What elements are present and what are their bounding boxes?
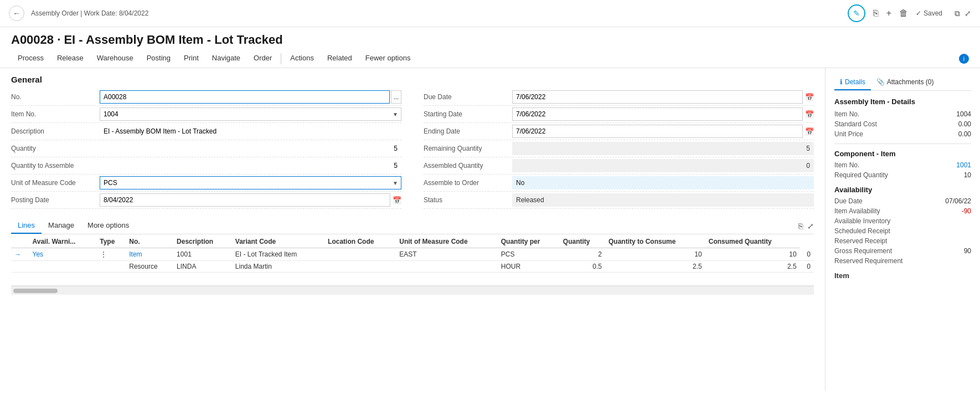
panel-row-gross-req: Gross Requirement 90 xyxy=(834,246,971,256)
due-date-input[interactable] xyxy=(512,90,803,104)
table-row: → Yes ⋮ Item 1001 EI - Lot Tracked Item … xyxy=(11,248,814,261)
horizontal-scrollbar[interactable] xyxy=(11,286,814,295)
tab-manage[interactable]: Manage xyxy=(42,218,81,234)
no-ellipsis-button[interactable]: ... xyxy=(391,90,401,104)
checkmark-icon: ✓ xyxy=(916,9,921,17)
qty-assemble-input[interactable] xyxy=(100,159,401,172)
avail-yes-link[interactable]: Yes xyxy=(33,250,44,258)
lines-tabs: Lines Manage More options ⎘ ⤢ xyxy=(11,218,814,234)
panel-value-std-cost: 0.00 xyxy=(958,120,971,128)
col-variant-code: Variant Code xyxy=(232,235,324,248)
starting-date-calendar-icon[interactable]: 📅 xyxy=(805,110,814,119)
panel-label-item-avail: Item Availability xyxy=(834,207,880,215)
posting-date-calendar-icon[interactable]: 📅 xyxy=(393,196,401,204)
tab-lines[interactable]: Lines xyxy=(11,218,42,234)
label-starting-date: Starting Date xyxy=(424,110,512,118)
form-row-status: Status xyxy=(424,192,814,209)
quantity-input[interactable] xyxy=(100,142,401,155)
component-item-title: Component - Item xyxy=(834,150,971,158)
right-panel: ℹ Details 📎 Attachments (0) Assembly Ite… xyxy=(825,68,980,391)
row2-kebab xyxy=(96,261,126,273)
label-qty-assemble: Quantity to Assemble xyxy=(11,162,100,170)
details-info-icon: ℹ xyxy=(840,78,843,86)
remaining-qty-wrap xyxy=(512,142,814,155)
nav-process[interactable]: Process xyxy=(11,49,50,68)
description-input[interactable] xyxy=(100,125,401,138)
edit-icon: ✎ xyxy=(853,9,860,18)
share-button[interactable]: ⎘ xyxy=(873,8,879,18)
panel-tab-details[interactable]: ℹ Details xyxy=(834,75,871,90)
nav-separator xyxy=(281,53,281,64)
col-location-code: Location Code xyxy=(324,235,396,248)
panel-row-reserved-receipt: Reserved Receipt xyxy=(834,236,971,246)
main-layout: General No. ... Item No. xyxy=(0,68,980,391)
form-row-description: Description xyxy=(11,123,401,140)
nav-actions[interactable]: Actions xyxy=(283,49,321,68)
nav-order[interactable]: Order xyxy=(247,49,278,68)
nav-navigate[interactable]: Navigate xyxy=(205,49,247,68)
popout-icon[interactable]: ⧉ xyxy=(955,9,960,18)
row1-context-menu-button[interactable]: ⋮ xyxy=(100,250,107,259)
attachments-icon: 📎 xyxy=(876,78,885,86)
col-uom: Unit of Measure Code xyxy=(396,235,497,248)
nav-fewer-options[interactable]: Fewer options xyxy=(359,49,417,68)
label-assembled-qty: Assembled Quantity xyxy=(424,162,512,170)
col-no: No. xyxy=(126,235,173,248)
nav-posting[interactable]: Posting xyxy=(140,49,177,68)
panel-label-gross-req: Gross Requirement xyxy=(834,247,892,255)
row2-no: LINDA xyxy=(173,261,232,273)
row2-avail xyxy=(29,261,97,273)
form-left-col: No. ... Item No. 1004 ▼ xyxy=(11,89,401,209)
nav-release[interactable]: Release xyxy=(50,49,90,68)
row2-description: Linda Martin xyxy=(232,261,324,273)
panel-row-comp-item-no: Item No. 1001 xyxy=(834,160,971,170)
back-button[interactable]: ← xyxy=(9,6,24,21)
nav-related[interactable]: Related xyxy=(321,49,359,68)
edit-button[interactable]: ✎ xyxy=(848,4,865,22)
scroll-thumb[interactable] xyxy=(13,289,58,293)
row1-type-value: Item xyxy=(129,250,142,258)
delete-button[interactable]: 🗑 xyxy=(899,8,908,18)
row2-location-code xyxy=(396,261,497,273)
uom-select[interactable]: PCS xyxy=(100,176,401,189)
panel-label-unit-price: Unit Price xyxy=(834,130,863,138)
posting-date-input[interactable] xyxy=(100,193,390,207)
no-field-wrap: ... xyxy=(100,90,401,104)
row1-qty-consume: 10 xyxy=(705,248,800,261)
ending-date-calendar-icon[interactable]: 📅 xyxy=(805,127,814,136)
due-date-wrap: 📅 xyxy=(512,90,814,104)
panel-tab-attachments[interactable]: 📎 Attachments (0) xyxy=(871,75,940,90)
label-uom: Unit of Measure Code xyxy=(11,179,100,187)
page-title: A00028 · EI - Assembly BOM Item - Lot Tr… xyxy=(0,27,980,49)
form-row-qty-assemble: Quantity to Assemble xyxy=(11,157,401,175)
tab-more-options[interactable]: More options xyxy=(81,218,136,234)
row1-description: EI - Lot Tracked Item xyxy=(232,248,324,261)
starting-date-input[interactable] xyxy=(512,107,803,121)
nav-print[interactable]: Print xyxy=(177,49,205,68)
panel-value-comp-item-no[interactable]: 1001 xyxy=(956,161,971,169)
row1-location-code: EAST xyxy=(396,248,497,261)
panel-row-item-avail: Item Availability -90 xyxy=(834,206,971,216)
row1-uom: PCS xyxy=(498,248,560,261)
lines-export-icon[interactable]: ⎘ xyxy=(798,222,803,230)
row1-no: 1001 xyxy=(173,248,232,261)
label-no: No. xyxy=(11,93,100,101)
no-input[interactable] xyxy=(100,90,390,104)
lines-expand-icon[interactable]: ⤢ xyxy=(807,222,814,230)
fullscreen-icon[interactable]: ⤢ xyxy=(964,9,971,18)
label-assemble-to-order: Assemble to Order xyxy=(424,179,512,187)
ending-date-wrap: 📅 xyxy=(512,125,814,138)
item-no-select[interactable]: 1004 xyxy=(100,107,401,121)
content-area: General No. ... Item No. xyxy=(0,68,825,391)
ending-date-input[interactable] xyxy=(512,125,803,138)
nav-warehouse[interactable]: Warehouse xyxy=(90,49,140,68)
panel-label-comp-item-no: Item No. xyxy=(834,161,859,169)
col-type: Type xyxy=(96,235,126,248)
add-button[interactable]: + xyxy=(886,8,891,18)
panel-value-required-qty: 10 xyxy=(964,171,971,179)
due-date-calendar-icon[interactable]: 📅 xyxy=(805,93,814,101)
panel-value-unit-price: 0.00 xyxy=(958,130,971,138)
remaining-qty-input xyxy=(512,142,814,155)
item-no-wrap: 1004 ▼ xyxy=(100,107,401,121)
table-row: Resource LINDA Linda Martin HOUR 0.5 2.5… xyxy=(11,261,814,273)
